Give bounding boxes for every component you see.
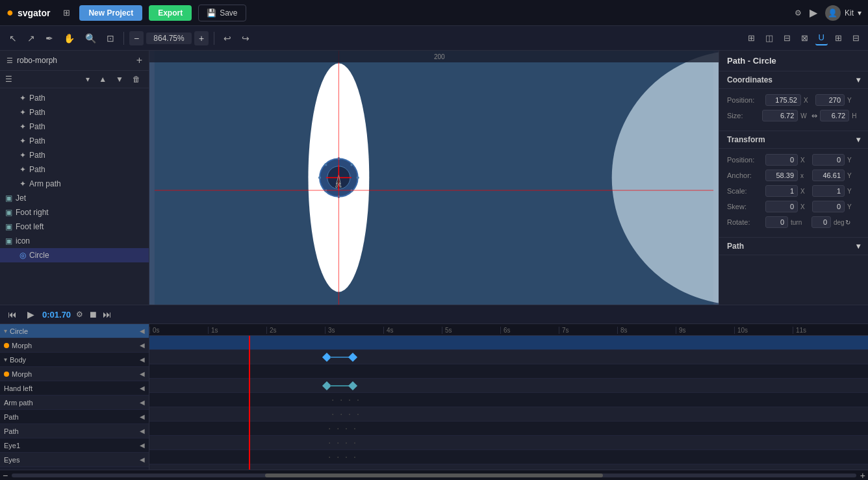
timeline-body: ▾ Circle ◀ Morph ◀ ▾ Body ◀ Morph ◀ Hand… bbox=[0, 324, 868, 470]
layer-item-path4[interactable]: ✦ Path bbox=[0, 134, 149, 148]
tl-layer-morph1[interactable]: Morph ◀ bbox=[0, 338, 149, 353]
rotate-link-icon[interactable]: ↻ bbox=[845, 219, 850, 226]
coordinates-section-header[interactable]: Coordinates ▾ bbox=[719, 71, 868, 89]
layout-btn[interactable]: ⊟ bbox=[849, 31, 863, 45]
avatar: 👤 bbox=[825, 5, 841, 21]
user-menu[interactable]: 👤 Kit ▾ bbox=[825, 5, 862, 21]
select-tool[interactable]: ↖ bbox=[5, 31, 21, 46]
layer-item-jet[interactable]: ▣ Jet bbox=[0, 191, 149, 205]
keyframe-morph2-end[interactable] bbox=[348, 381, 357, 390]
skew-y-input[interactable] bbox=[812, 201, 845, 212]
zoom-minus-button[interactable]: − bbox=[129, 31, 144, 45]
zoom-plus-button[interactable]: + bbox=[194, 31, 209, 45]
tl-layer-eyes[interactable]: Eyes ◀ bbox=[0, 453, 149, 467]
timeline-end-button[interactable]: ⏭ bbox=[103, 309, 112, 320]
align-tool-4[interactable]: ⊠ bbox=[798, 31, 811, 45]
tl-layer-arm-path[interactable]: Arm path ◀ bbox=[0, 396, 149, 410]
tl-layer-eye1[interactable]: Eye1 ◀ bbox=[0, 438, 149, 453]
scrollbar-minus-button[interactable]: − bbox=[3, 470, 8, 481]
settings-icon[interactable]: ⚙ bbox=[795, 8, 802, 18]
layer-item-path1[interactable]: ✦ Path bbox=[0, 91, 149, 105]
fit-tool[interactable]: ⊡ bbox=[103, 31, 118, 46]
redo-button[interactable]: ↪ bbox=[238, 31, 253, 46]
layer-item-foot-right[interactable]: ▣ Foot right bbox=[0, 205, 149, 220]
layer-collapse-btn[interactable]: ▾ bbox=[83, 73, 93, 85]
hand-tool[interactable]: ✋ bbox=[60, 31, 79, 46]
grid-btn[interactable]: ⊞ bbox=[832, 31, 845, 45]
anchor-x-input[interactable] bbox=[765, 170, 798, 181]
size-w-input[interactable] bbox=[762, 110, 798, 121]
layer-down-btn[interactable]: ▼ bbox=[112, 73, 127, 85]
layer-delete-btn[interactable]: 🗑 bbox=[129, 73, 144, 85]
foot-right-folder-icon: ▣ bbox=[5, 208, 12, 217]
playhead[interactable] bbox=[249, 336, 250, 470]
canvas-area[interactable]: 200 bbox=[149, 51, 719, 305]
pen-tool[interactable]: ✒ bbox=[42, 31, 57, 46]
transform-pos-y-axis: Y bbox=[847, 157, 856, 164]
arm-path-dots: · · · · bbox=[331, 409, 361, 420]
position-y-input[interactable] bbox=[815, 94, 845, 106]
scrollbar-track[interactable] bbox=[12, 474, 856, 477]
align-tool-1[interactable]: ⊞ bbox=[745, 31, 758, 45]
save-button[interactable]: 💾 Save bbox=[198, 5, 246, 21]
play-icon[interactable]: ▶ bbox=[810, 6, 817, 19]
transform-label: Transform bbox=[727, 135, 765, 144]
tl-layer-body[interactable]: ▾ Body ◀ bbox=[0, 353, 149, 367]
align-tool-3[interactable]: ⊟ bbox=[780, 31, 794, 45]
timeline-play-button[interactable]: ▶ bbox=[25, 308, 37, 321]
tl-label-body: Body bbox=[10, 356, 26, 364]
anchor-y-axis: Y bbox=[847, 172, 856, 179]
size-h-input[interactable] bbox=[820, 110, 849, 121]
link-icon[interactable]: ⇔ bbox=[811, 112, 817, 120]
timeline-record-button[interactable]: ⏹ bbox=[88, 309, 97, 320]
zoom-tool[interactable]: 🔍 bbox=[81, 31, 100, 46]
scale-x-input[interactable] bbox=[765, 185, 798, 197]
path-section-header[interactable]: Path ▾ bbox=[719, 238, 868, 255]
tl-layer-morph2[interactable]: Morph ◀ bbox=[0, 367, 149, 381]
add-animation-button[interactable]: + bbox=[136, 55, 142, 66]
timeline-start-button[interactable]: ⏮ bbox=[5, 308, 19, 321]
keyframe-morph1-end[interactable] bbox=[348, 353, 357, 362]
transform-pos-x-input[interactable] bbox=[765, 154, 798, 166]
rotate-turn-input[interactable] bbox=[765, 216, 788, 228]
new-project-button[interactable]: New Project bbox=[79, 5, 142, 21]
position-x-input[interactable] bbox=[765, 94, 801, 106]
layer-up-btn[interactable]: ▲ bbox=[96, 73, 110, 85]
tl-layer-circle[interactable]: ▾ Circle ◀ bbox=[0, 324, 149, 338]
timeline-settings-button[interactable]: ⚙ bbox=[76, 310, 83, 319]
anchor-y-input[interactable] bbox=[812, 170, 845, 181]
underline-btn[interactable]: U bbox=[815, 31, 828, 45]
timeline-track-area[interactable]: 0s 1s 2s 3s 4s 5s 6s 7s 8s 9s 10s 11s bbox=[149, 324, 868, 470]
tl-layer-path2[interactable]: Path ◀ bbox=[0, 424, 149, 438]
direct-select-tool[interactable]: ↗ bbox=[23, 31, 39, 46]
svg-line-12 bbox=[351, 164, 353, 166]
scrollbar-plus-button[interactable]: + bbox=[860, 470, 865, 481]
layer-item-arm-path[interactable]: ✦ Arm path bbox=[0, 177, 149, 191]
layer-item-path3[interactable]: ✦ Path bbox=[0, 120, 149, 134]
layer-item-path5[interactable]: ✦ Path bbox=[0, 148, 149, 162]
layer-item-path2[interactable]: ✦ Path bbox=[0, 105, 149, 120]
rotate-label: Rotate: bbox=[727, 218, 763, 226]
path-icon-6: ✦ bbox=[19, 165, 26, 174]
undo-button[interactable]: ↩ bbox=[220, 31, 235, 46]
layer-item-path6[interactable]: ✦ Path bbox=[0, 162, 149, 177]
skew-x-input[interactable] bbox=[765, 201, 798, 212]
path-icon-3: ✦ bbox=[19, 122, 26, 131]
eyes-arrow: ◀ bbox=[140, 456, 145, 463]
grid-icon-btn[interactable]: ⊞ bbox=[63, 8, 70, 18]
scale-y-input[interactable] bbox=[812, 185, 845, 197]
transform-section: Position: X Y Anchor: x Y Scale: X Y bbox=[719, 149, 868, 238]
rotate-deg-input[interactable] bbox=[811, 216, 831, 228]
tl-layer-path1[interactable]: Path ◀ bbox=[0, 410, 149, 424]
scrollbar-thumb[interactable] bbox=[265, 474, 603, 477]
path2-dots: · · · · bbox=[328, 437, 357, 449]
align-tool-2[interactable]: ◫ bbox=[762, 31, 776, 45]
export-button[interactable]: Export bbox=[149, 5, 192, 21]
transform-section-header[interactable]: Transform ▾ bbox=[719, 131, 868, 149]
layer-item-icon[interactable]: ▣ icon bbox=[0, 234, 149, 248]
tl-layer-hand-left[interactable]: Hand left ◀ bbox=[0, 381, 149, 396]
layer-item-foot-left[interactable]: ▣ Foot left bbox=[0, 220, 149, 234]
transform-pos-y-input[interactable] bbox=[812, 154, 845, 166]
track-morph1 bbox=[149, 350, 868, 364]
layer-item-circle[interactable]: ◎ Circle bbox=[0, 248, 149, 262]
